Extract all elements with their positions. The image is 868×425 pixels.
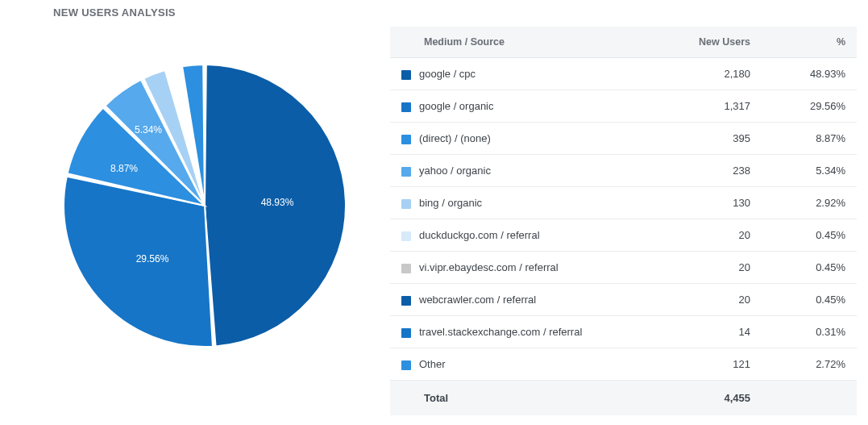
- cell-source: webcrawler.com / referral: [390, 284, 667, 316]
- cell-users: 2,180: [667, 58, 762, 90]
- legend-swatch-icon: [401, 264, 411, 273]
- cell-pct: 29.56%: [762, 90, 857, 123]
- table-row: webcrawler.com / referral200.45%: [390, 284, 857, 316]
- source-label: duckduckgo.com / referral: [419, 229, 540, 241]
- source-label: (direct) / (none): [419, 132, 491, 144]
- table-row: vi.vipr.ebaydesc.com / referral200.45%: [390, 252, 857, 284]
- pie-chart: 48.93%29.56%8.87%5.34%: [35, 36, 366, 367]
- cell-source: travel.stackexchange.com / referral: [390, 316, 667, 348]
- cell-pct: 2.72%: [762, 348, 857, 381]
- cell-users: 20: [667, 252, 762, 284]
- source-label: travel.stackexchange.com / referral: [419, 326, 582, 338]
- cell-users: 1,317: [667, 90, 762, 123]
- pie-slice-label: 5.34%: [135, 124, 162, 135]
- cell-source: duckduckgo.com / referral: [390, 219, 667, 252]
- table-row: duckduckgo.com / referral200.45%: [390, 219, 857, 252]
- pie-chart-container: 48.93%29.56%8.87%5.34%: [11, 27, 390, 367]
- col-pct: %: [762, 27, 857, 58]
- table-row: bing / organic1302.92%: [390, 187, 857, 219]
- legend-swatch-icon: [401, 102, 411, 112]
- source-label: google / organic: [419, 100, 494, 112]
- table-row: google / organic1,31729.56%: [390, 90, 857, 123]
- legend-swatch-icon: [401, 70, 411, 80]
- cell-pct: 5.34%: [762, 155, 857, 187]
- cell-pct: 0.45%: [762, 252, 857, 284]
- col-users: New Users: [667, 27, 762, 58]
- table-row: yahoo / organic2385.34%: [390, 155, 857, 187]
- table-footer-row: Total 4,455: [390, 381, 857, 416]
- cell-users: 14: [667, 316, 762, 348]
- legend-swatch-icon: [401, 328, 411, 338]
- source-label: yahoo / organic: [419, 165, 491, 177]
- table-row: google / cpc2,18048.93%: [390, 58, 857, 90]
- legend-swatch-icon: [401, 199, 411, 209]
- cell-users: 238: [667, 155, 762, 187]
- cell-users: 20: [667, 219, 762, 252]
- cell-users: 20: [667, 284, 762, 316]
- legend-swatch-icon: [401, 135, 411, 144]
- cell-source: google / organic: [390, 90, 667, 123]
- cell-source: vi.vipr.ebaydesc.com / referral: [390, 252, 667, 284]
- cell-users: 130: [667, 187, 762, 219]
- table-row: (direct) / (none)3958.87%: [390, 123, 857, 155]
- source-label: Other: [419, 358, 446, 370]
- cell-pct: 8.87%: [762, 123, 857, 155]
- source-table: Medium / Source New Users % google / cpc…: [390, 27, 857, 415]
- source-label: bing / organic: [419, 197, 482, 209]
- cell-pct: 0.31%: [762, 316, 857, 348]
- cell-source: bing / organic: [390, 187, 667, 219]
- footer-pct: [762, 381, 857, 416]
- section-title: NEW USERS ANALYSIS: [53, 6, 857, 19]
- legend-swatch-icon: [401, 167, 411, 177]
- cell-users: 121: [667, 348, 762, 381]
- cell-source: yahoo / organic: [390, 155, 667, 187]
- source-label: vi.vipr.ebaydesc.com / referral: [419, 261, 559, 273]
- footer-label: Total: [390, 381, 667, 416]
- footer-users: 4,455: [667, 381, 762, 416]
- cell-source: google / cpc: [390, 58, 667, 90]
- table-header-row: Medium / Source New Users %: [390, 27, 857, 58]
- cell-pct: 2.92%: [762, 187, 857, 219]
- table-row: Other1212.72%: [390, 348, 857, 381]
- cell-pct: 0.45%: [762, 219, 857, 252]
- source-label: webcrawler.com / referral: [419, 294, 536, 306]
- pie-slice-label: 29.56%: [136, 253, 169, 265]
- col-source: Medium / Source: [390, 27, 667, 58]
- pie-slice-label: 48.93%: [261, 197, 294, 208]
- table-row: travel.stackexchange.com / referral140.3…: [390, 316, 857, 348]
- cell-pct: 0.45%: [762, 284, 857, 316]
- pie-slice-label: 8.87%: [110, 163, 138, 174]
- cell-pct: 48.93%: [762, 58, 857, 90]
- cell-users: 395: [667, 123, 762, 155]
- legend-swatch-icon: [401, 231, 411, 241]
- cell-source: (direct) / (none): [390, 123, 667, 155]
- cell-source: Other: [390, 348, 667, 381]
- legend-swatch-icon: [401, 296, 411, 306]
- legend-swatch-icon: [401, 360, 411, 370]
- source-label: google / cpc: [419, 68, 476, 80]
